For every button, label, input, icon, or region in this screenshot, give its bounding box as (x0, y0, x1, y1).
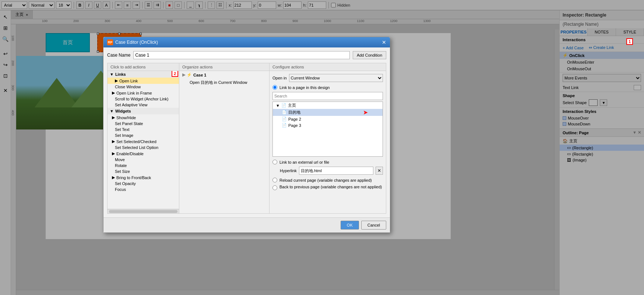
case-name-row: Case Name Add Condition (107, 51, 386, 59)
open-link-frame-item[interactable]: ▶Open Link in Frame (108, 90, 179, 96)
radio-link-page[interactable] (272, 85, 277, 90)
case-name-label: Case Name (107, 53, 130, 58)
enable-disable-item[interactable]: ▶Enable/Disable (108, 150, 179, 157)
tree-root[interactable]: ▼ 📄 主页 (273, 102, 383, 109)
set-opacity-item[interactable]: Set Opacity (108, 181, 179, 186)
radio-reload-label: Reload current page (variable changes ar… (279, 178, 372, 182)
col2-header: Organize actions (179, 63, 269, 71)
case-editor-dialog: RP Case Editor (OnClick) ✕ Case Name Add… (103, 37, 390, 233)
tree-page1-icon: 📄 (282, 110, 287, 115)
open-link-label: Open Link (119, 79, 138, 83)
open-in-label: Open in (272, 76, 287, 80)
add-condition-btn[interactable]: Add Condition (353, 51, 386, 59)
set-panel-item[interactable]: Set Panel State (108, 121, 179, 127)
bring-front-item[interactable]: ▶Bring to Front/Back (108, 174, 179, 181)
rp-logo: RP (107, 39, 113, 45)
organize-triangle: ▶ (182, 72, 185, 77)
hyperlink-input[interactable] (299, 167, 373, 175)
tree-page3-label: Page 3 (288, 123, 301, 128)
col1-hscroll[interactable] (108, 209, 179, 213)
set-text-item[interactable]: Set Text (108, 127, 179, 132)
hyperlink-clear-btn[interactable]: ✕ (376, 167, 383, 175)
col1-header: Click to add actions (108, 63, 179, 71)
dialog-columns: Click to add actions 2 ▼ Links ▶ (107, 63, 386, 214)
dialog-col-2: Organize actions ▶ ⚡ Case 1 Open 目的地 in … (179, 63, 270, 213)
open-in-row: Open in Current Window (272, 74, 383, 82)
move-item[interactable]: Move (108, 157, 179, 163)
hyperlink-row: Hyperlink ✕ (272, 167, 383, 175)
col2-content: ▶ ⚡ Case 1 Open 目的地 in Current Window (179, 71, 269, 213)
dialog-titlebar-left: RP Case Editor (OnClick) (107, 39, 158, 45)
organize-action-item[interactable]: Open 目的地 in Current Window (179, 79, 269, 86)
radio-reload[interactable] (272, 178, 277, 182)
tree-root-label: 主页 (288, 103, 296, 108)
dialog-body: Case Name Add Condition Click to add act… (103, 47, 390, 217)
open-link-arrow: ▶ (115, 78, 118, 83)
organize-case-row: ▶ ⚡ Case 1 (179, 71, 269, 79)
widgets-expand-icon: ▼ (110, 109, 114, 113)
col1-content: 2 ▼ Links ▶ Open Link Close Window (108, 71, 179, 209)
set-selected-list-item[interactable]: Set Selected List Option (108, 145, 179, 150)
tree-page2-icon: 📄 (282, 117, 287, 121)
rotate-item[interactable]: Rotate (108, 163, 179, 168)
links-expand-icon: ▼ (110, 72, 114, 77)
open-link-item[interactable]: ▶ Open Link (108, 78, 179, 84)
case-name-input[interactable] (133, 51, 350, 59)
radio-link-page-label: Link to a page in this design (279, 85, 330, 90)
radio-reload-row: Reload current page (variable changes ar… (272, 178, 383, 182)
dialog-overlay: RP Case Editor (OnClick) ✕ Case Name Add… (0, 0, 644, 295)
annotation-num-2: 2 (172, 71, 178, 77)
tree-page2[interactable]: 📄 Page 2 (273, 116, 383, 122)
links-label: Links (115, 72, 126, 77)
radio-back[interactable] (272, 185, 277, 190)
tree-search-input[interactable] (272, 92, 383, 100)
tree-page2-label: Page 2 (288, 117, 301, 121)
dialog-footer: OK Cancel (103, 217, 390, 232)
cancel-btn[interactable]: Cancel (361, 221, 386, 230)
set-selected-item[interactable]: ▶Set Selected/Checked (108, 138, 179, 145)
radio-back-row: Back to previous page (variable changes … (272, 185, 383, 190)
set-size-item[interactable]: Set Size (108, 168, 179, 174)
tree-search-row: 3 (272, 92, 383, 100)
close-window-item[interactable]: Close Window (108, 84, 179, 90)
dialog-close-btn[interactable]: ✕ (382, 39, 386, 45)
radio-external-row: Link to an external url or file (272, 160, 383, 164)
tree-page3[interactable]: 📄 Page 3 (273, 122, 383, 128)
annotation-num-1: 1 (626, 38, 633, 45)
radio-link-page-row: Link to a page in this design (272, 85, 383, 90)
links-group-header[interactable]: ▼ Links (108, 71, 179, 78)
organize-case-label: Case 1 (193, 73, 206, 77)
set-image-item[interactable]: Set Image (108, 132, 179, 138)
widgets-label: Widgets (115, 109, 131, 113)
focus-item[interactable]: Focus (108, 186, 179, 192)
open-in-select[interactable]: Current Window (289, 74, 383, 82)
dialog-titlebar: RP Case Editor (OnClick) ✕ (103, 37, 390, 47)
dialog-title: Case Editor (OnClick) (115, 40, 158, 45)
col3-header: Configure actions (270, 63, 386, 71)
radio-back-label: Back to previous page (variable changes … (279, 185, 382, 189)
radio-external-label: Link to an external url or file (279, 160, 329, 164)
dialog-col-1: Click to add actions 2 ▼ Links ▶ (108, 63, 179, 213)
hyperlink-label: Hyperlink (280, 168, 297, 173)
tree-page1-label: 目的地 (288, 110, 300, 115)
page-tree: ▼ 📄 主页 📄 目的地 ➤ (272, 102, 383, 157)
widgets-group-header[interactable]: ▼ Widgets (108, 108, 179, 114)
scroll-widget-item[interactable]: Scroll to Widget (Anchor Link) (108, 96, 179, 102)
ok-btn[interactable]: OK (341, 221, 359, 230)
set-adaptive-item[interactable]: Set Adaptive View (108, 102, 179, 108)
radio-external[interactable] (272, 160, 277, 164)
tree-page3-icon: 📄 (282, 123, 287, 128)
links-group: 2 ▼ Links (108, 71, 179, 78)
annotation-arrow-3: ➤ (363, 109, 368, 116)
tree-page1[interactable]: 📄 目的地 ➤ (273, 109, 383, 116)
tree-root-expand: ▼ (276, 103, 280, 108)
show-hide-item[interactable]: ▶Show/Hide (108, 114, 179, 121)
dialog-col-3: Configure actions Open in Current Window (270, 63, 386, 213)
col3-content: Open in Current Window Link to a page in… (270, 71, 386, 213)
tree-root-icon: 📄 (281, 103, 286, 108)
organize-lightning: ⚡ (187, 72, 192, 77)
